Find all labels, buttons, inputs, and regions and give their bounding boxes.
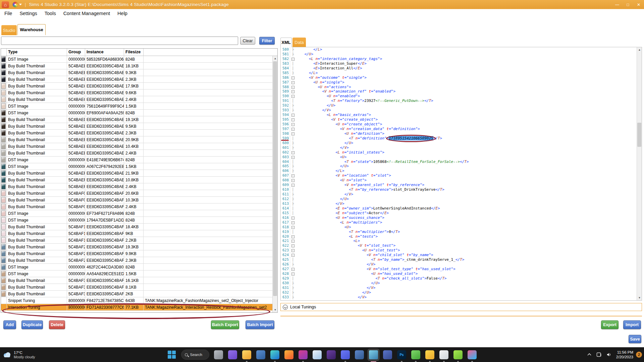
column-header-type[interactable]: Type — [7, 49, 67, 56]
taskbar-app-photoshop-icon[interactable]: Ps — [397, 350, 406, 359]
fold-toggle-icon[interactable]: - — [290, 234, 296, 239]
notification-badge[interactable]: 2 — [636, 352, 642, 358]
table-row[interactable]: Buy Build Thumbnail5C4BAED3EE8D6D3395C4B… — [1, 116, 277, 123]
table-row[interactable]: DST Image00000000A067C2F6794292EB1.5KB — [1, 163, 277, 170]
taskbar-app-calculator-icon[interactable] — [256, 350, 265, 359]
local-tunings-expander[interactable]: Local Tunings — [280, 303, 642, 311]
table-row[interactable]: Buy Build Thumbnail5C4BAEF0EE8D6D3395C4B… — [1, 183, 277, 190]
column-header-filesize[interactable]: Filesize — [124, 49, 144, 56]
fold-toggle-icon[interactable]: - — [290, 117, 296, 122]
table-row[interactable]: Buy Build Thumbnail5C4BAEE2EE8D6D3395C4B… — [1, 143, 277, 150]
column-header-instance[interactable]: Instance — [85, 49, 124, 56]
table-row[interactable]: Buy Build Thumbnail5C4BAEB3EE8D6D3395C4B… — [1, 63, 277, 69]
scroll-up-icon[interactable]: ▲ — [273, 56, 278, 61]
fold-toggle-icon[interactable]: - — [290, 122, 296, 127]
table-row[interactable]: Buy Build Thumbnail5C4BAF30EE8D6D3395C4B… — [1, 291, 277, 297]
taskbar-app-movies-tv-icon[interactable] — [327, 350, 336, 359]
speaker-icon[interactable] — [606, 352, 612, 357]
taskbar-app-edge-icon[interactable] — [270, 350, 279, 359]
chevron-up-icon[interactable] — [587, 353, 592, 356]
table-row[interactable]: DST Image00000000462F2C44CDA3D80D824B — [1, 264, 277, 270]
minimize-button[interactable]: — — [612, 0, 623, 9]
fold-toggle-icon[interactable]: - — [290, 178, 296, 183]
clear-button[interactable]: Clear — [240, 37, 255, 45]
taskbar-app-twitch-icon[interactable] — [228, 350, 237, 359]
fold-toggle-icon[interactable]: - — [290, 173, 296, 178]
taskbar-app-notes-icon[interactable] — [383, 350, 392, 359]
start-button[interactable] — [167, 350, 176, 359]
duplicate-button[interactable]: Duplicate — [21, 320, 43, 329]
taskbar-app-dev-tower-icon[interactable] — [355, 350, 364, 359]
scroll-down-icon[interactable]: ▼ — [637, 295, 642, 300]
table-row[interactable]: Buy Build Thumbnail5C4BAEC0EE8D6D3395C4B… — [1, 96, 277, 103]
fold-toggle-icon[interactable]: - — [290, 150, 296, 155]
taskbar-app-phone-link-icon[interactable] — [214, 350, 223, 359]
fold-toggle-icon[interactable]: - — [290, 85, 296, 89]
fold-toggle-icon[interactable]: - — [290, 248, 296, 253]
table-row[interactable]: Buy Build Thumbnail5C4BAF02EE8D6D3395C4B… — [1, 197, 277, 203]
table-row[interactable]: Buy Build Thumbnail5C4BAF13EE8D6D3395C4B… — [1, 224, 277, 230]
taskbar-app-photos-icon[interactable] — [313, 350, 322, 359]
table-row[interactable]: Buy Build Thumbnail5C4BAF32EE8D6D3395C4B… — [1, 284, 277, 291]
fold-toggle-icon[interactable]: - — [290, 131, 296, 136]
table-row[interactable]: DST Image00000000EF734F6271F8A696824B — [1, 210, 277, 217]
fold-toggle-icon[interactable]: - — [290, 127, 296, 131]
table-row[interactable]: Buy Build Thumbnail5C4BAEF3EE8D6D3395C4B… — [1, 170, 277, 177]
table-row[interactable]: Buy Build Thumbnail5C4BAF03EE8D6D3395C4B… — [1, 190, 277, 197]
taskbar-app-sims4studio-icon[interactable] — [369, 350, 378, 359]
export-button[interactable]: Export — [601, 320, 619, 329]
table-row[interactable]: DST Image000000001794A7DE5BF1ADDA824B — [1, 217, 277, 224]
taskbar-app-instagram-icon[interactable] — [299, 350, 308, 359]
taskbar-app-green-leaf-icon[interactable] — [453, 350, 463, 359]
taskbar-clock[interactable]: 11:56 PM 2/20/2023 — [616, 350, 633, 359]
close-button[interactable]: ✕ — [633, 0, 644, 9]
taskbar-app-search-app-icon[interactable] — [425, 350, 434, 359]
tablet-icon[interactable] — [596, 352, 602, 357]
tab-studio[interactable]: Studio — [1, 25, 17, 35]
table-row[interactable]: DST Image000000007561D649FF99F9C41.5KB — [1, 103, 277, 110]
table-scrollbar[interactable]: ▲ ▼ — [272, 56, 277, 312]
table-row[interactable]: Buy Build Thumbnail5C4BAEE0EE8D6D3395C4B… — [1, 150, 277, 157]
theme-palette-button[interactable] — [12, 2, 22, 7]
table-row[interactable]: Buy Build Thumbnail5C4BAF12EE8D6D3395C4B… — [1, 230, 277, 237]
table-row[interactable]: Buy Build Thumbnail5C4BAEC2EE8D6D3395C4B… — [1, 89, 277, 96]
table-row[interactable]: Buy Build Thumbnail5C4BAF33EE8D6D3395C4B… — [1, 277, 277, 284]
table-row[interactable]: Buy Build Thumbnail5C4BAEC3EE8D6D3395C4B… — [1, 83, 277, 89]
table-row[interactable]: Buy Build Thumbnail5C4BAF20EE8D6D3395C4B… — [1, 257, 277, 264]
fold-toggle-icon[interactable]: - — [290, 225, 296, 230]
scroll-down-icon[interactable]: ▼ — [273, 307, 278, 312]
filter-button[interactable]: Filter — [259, 37, 275, 45]
import-button[interactable]: Import — [623, 320, 641, 329]
fold-toggle-icon[interactable]: - — [290, 239, 296, 243]
taskbar-app-green-utility-icon[interactable] — [411, 350, 420, 359]
save-button[interactable]: Save — [629, 335, 641, 343]
table-row[interactable]: DST Image00000000E418E749E9D6B674824B — [1, 157, 277, 163]
table-row[interactable]: DST Image00000000EF6900AF4A9AA259824B — [1, 110, 277, 116]
tab-data[interactable]: Data — [292, 38, 306, 47]
table-row[interactable]: Buy Build Thumbnail5C4BAF23EE8D6D3395C4B… — [1, 244, 277, 250]
menu-content-management[interactable]: Content Management — [60, 10, 114, 17]
xml-editor[interactable]: 580├ </L>581├ </U>582- <L n="interaction… — [280, 47, 642, 301]
fold-toggle-icon[interactable]: - — [290, 80, 296, 85]
taskbar-app-color-sphere-icon[interactable] — [468, 350, 477, 359]
fold-toggle-icon[interactable]: - — [290, 57, 296, 61]
fold-toggle-icon[interactable]: - — [290, 216, 296, 220]
fold-toggle-icon[interactable]: - — [290, 253, 296, 257]
table-row[interactable]: Buy Build Thumbnail5C4BAF22EE8D6D3395C4B… — [1, 250, 277, 257]
table-row[interactable]: Buy Build Thumbnail5C4BAED0EE8D6D3395C4B… — [1, 130, 277, 136]
scrollbar-thumb[interactable] — [273, 61, 277, 296]
delete-button[interactable]: Delete — [49, 320, 65, 329]
table-row[interactable]: Interaction Tuning80000000FD71A823308777… — [1, 304, 277, 311]
table-row[interactable]: Buy Build Thumbnail5C4BAF00EE8D6D3395C4B… — [1, 203, 277, 210]
fold-toggle-icon[interactable]: - — [290, 94, 296, 99]
menu-tools[interactable]: Tools — [41, 10, 60, 17]
fold-toggle-icon[interactable]: - — [290, 155, 296, 160]
column-header-group[interactable]: Group — [67, 49, 85, 56]
scroll-up-icon[interactable]: ▲ — [637, 47, 642, 52]
table-row[interactable]: Buy Build Thumbnail5C4BAED2EE8D6D3395C4B… — [1, 123, 277, 130]
add-button[interactable]: Add — [3, 320, 16, 329]
table-row[interactable]: Buy Build Thumbnail5C4BAF10EE8D6D3395C4B… — [1, 237, 277, 244]
table-row[interactable]: Buy Build Thumbnail5C4BAEB0EE8D6D3395C4B… — [1, 76, 277, 83]
fold-toggle-icon[interactable]: - — [290, 183, 296, 187]
table-row[interactable]: Snippet Tuning80000000F842712E7847385C64… — [1, 297, 277, 304]
